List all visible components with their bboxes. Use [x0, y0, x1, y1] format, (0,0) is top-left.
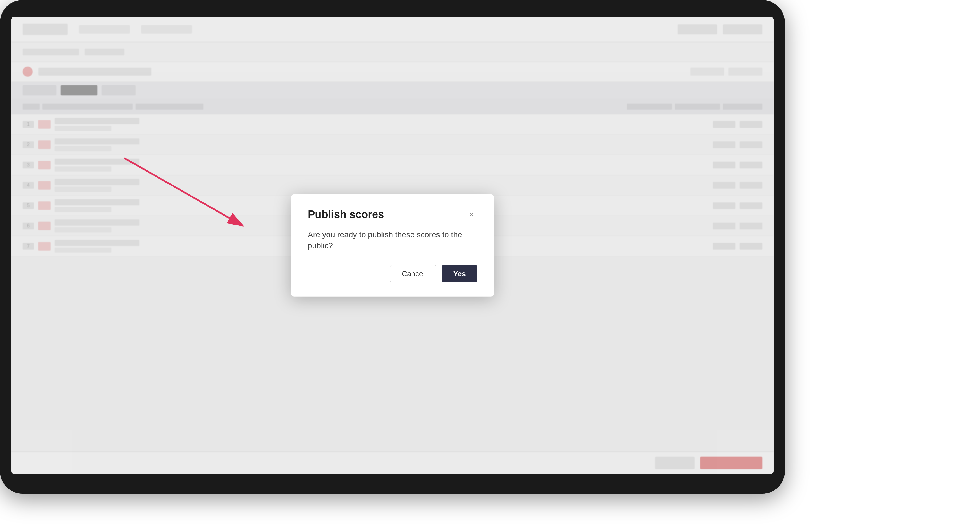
close-icon: ×: [469, 210, 474, 220]
modal-footer: Cancel Yes: [308, 265, 477, 283]
tablet-screen: 1 2 3: [11, 17, 773, 474]
yes-button[interactable]: Yes: [442, 265, 477, 283]
cancel-button[interactable]: Cancel: [390, 265, 436, 283]
publish-scores-modal: Publish scores × Are you ready to publis…: [291, 194, 494, 297]
modal-close-button[interactable]: ×: [466, 209, 477, 220]
modal-title: Publish scores: [308, 208, 384, 221]
modal-body-text: Are you ready to publish these scores to…: [308, 229, 477, 251]
modal-header: Publish scores ×: [308, 208, 477, 221]
